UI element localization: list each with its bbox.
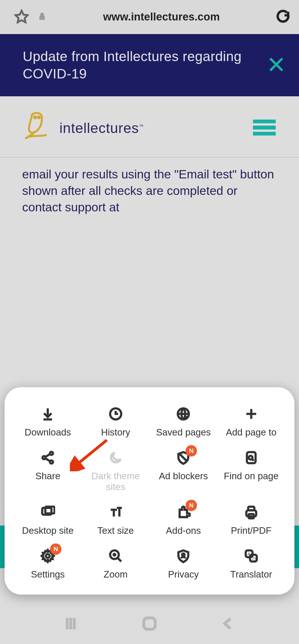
menu-item-label: Text size [97, 525, 134, 536]
bookmark-star-icon[interactable] [14, 9, 29, 25]
svg-line-29 [117, 558, 121, 562]
menu-item-print-pdf[interactable]: Print/PDF [218, 504, 285, 536]
svg-line-17 [45, 458, 50, 461]
menu-item-ad-blockers[interactable]: NAd blockers [150, 449, 217, 492]
menu-item-label: Dark theme sites [83, 471, 149, 492]
zoom-plus-icon [107, 547, 124, 564]
menu-item-label: Add-ons [166, 525, 201, 536]
page-content: email your results using the "Email test… [0, 157, 299, 215]
svg-point-3 [38, 116, 40, 118]
svg-rect-41 [144, 618, 155, 629]
menu-item-privacy[interactable]: Privacy [150, 547, 217, 580]
notification-badge: N [50, 543, 61, 555]
share-icon [39, 449, 56, 466]
shield-icon: N [175, 449, 192, 466]
menu-item-label: Settings [31, 569, 65, 580]
printer-icon [243, 504, 260, 521]
svg-text:A: A [248, 551, 251, 556]
home-button[interactable] [141, 615, 158, 633]
menu-item-label: Add page to [226, 427, 277, 438]
menu-item-add-ons[interactable]: NAdd-ons [150, 504, 217, 536]
svg-text:가: 가 [252, 556, 256, 561]
menu-item-downloads[interactable]: Downloads [15, 405, 81, 438]
menu-item-add-page-to[interactable]: Add page to [218, 405, 285, 438]
lock-icon [38, 12, 47, 22]
menu-item-label: Ad blockers [159, 471, 208, 482]
menu-item-label: Privacy [168, 569, 199, 580]
menu-item-label: Translator [230, 569, 272, 580]
find-page-icon [243, 449, 260, 466]
url-text[interactable]: www.intellectures.com [47, 11, 276, 23]
privacy-shield-icon [175, 547, 192, 564]
hamburger-menu-icon[interactable] [252, 120, 276, 137]
menu-item-label: Share [35, 471, 60, 482]
svg-rect-23 [45, 507, 55, 514]
owl-logo-icon [21, 111, 53, 146]
svg-point-32 [182, 553, 185, 556]
gear-icon: N [39, 547, 56, 564]
download-icon [39, 405, 56, 422]
plus-icon [243, 405, 260, 422]
menu-item-zoom[interactable]: Zoom [83, 547, 149, 580]
content-text: email your results using the "Email test… [22, 166, 276, 215]
globe-save-icon [175, 405, 192, 422]
site-header: intellectures™ [0, 96, 299, 157]
red-arrow-annotation [70, 437, 110, 472]
svg-line-21 [252, 459, 254, 461]
browser-menu-sheet: DownloadsHistorySaved pagesAdd page toSh… [5, 387, 294, 595]
menu-item-history[interactable]: History [83, 405, 149, 438]
menu-item-desktop-site[interactable]: Desktop site [15, 504, 81, 536]
translate-icon: A가 [243, 547, 260, 564]
close-icon[interactable] [267, 55, 285, 75]
menu-item-text-size[interactable]: Text size [83, 504, 149, 536]
menu-item-label: Print/PDF [231, 525, 271, 536]
desktop-icon [39, 504, 56, 521]
menu-item-label: Saved pages [156, 427, 211, 438]
menu-item-settings[interactable]: NSettings [15, 547, 81, 580]
menu-item-translator[interactable]: A가Translator [218, 547, 285, 580]
menu-item-find-on-page[interactable]: Find on page [218, 449, 285, 492]
notification-badge: N [186, 445, 197, 457]
menu-item-saved-pages[interactable]: Saved pages [150, 405, 217, 438]
text-size-icon [107, 504, 124, 521]
system-nav-bar [0, 604, 299, 644]
svg-line-16 [45, 454, 50, 457]
notification-badge: N [186, 500, 197, 511]
svg-line-37 [76, 440, 107, 466]
banner-text: Update from Intellectures regarding COVI… [23, 48, 267, 83]
brand-name: intellectures™ [59, 120, 144, 136]
reload-icon[interactable] [276, 9, 290, 25]
back-button[interactable] [220, 615, 237, 633]
menu-item-label: Downloads [25, 427, 71, 438]
menu-item-label: Find on page [224, 471, 279, 482]
menu-item-label: History [101, 427, 130, 438]
puzzle-icon: N [175, 504, 192, 521]
menu-item-label: Zoom [104, 569, 128, 580]
recents-button[interactable] [62, 615, 79, 633]
covid-banner: Update from Intellectures regarding COVI… [0, 34, 299, 96]
clock-icon [107, 405, 124, 422]
svg-line-18 [180, 454, 187, 461]
menu-item-label: Desktop site [22, 525, 74, 536]
browser-address-bar: www.intellectures.com [0, 0, 299, 34]
svg-point-2 [34, 116, 36, 118]
svg-point-27 [46, 554, 50, 558]
